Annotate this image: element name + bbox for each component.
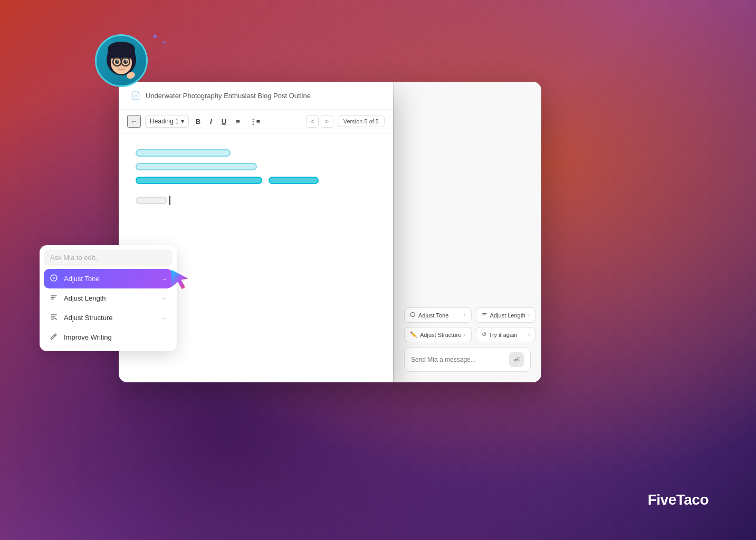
svg-rect-3 (108, 50, 135, 59)
improve-writing-label: Improve Writing (64, 333, 167, 341)
version-badge: Version 5 of 5 (338, 115, 385, 127)
list-button[interactable]: ≡ (233, 116, 243, 127)
prev-version-button[interactable]: < (306, 115, 319, 128)
sparkle-icon-2: ✦ (162, 40, 166, 45)
right-panel: Adjust Tone › Adjust Length › ✏️ Adjust … (394, 82, 541, 382)
send-button[interactable]: ⏎ (509, 352, 524, 367)
svg-point-10 (126, 60, 127, 61)
adjust-structure-icon (49, 313, 59, 323)
right-try-again-icon: ↺ (482, 331, 486, 338)
ai-context-menu: Ask Mia to edit.. Adjust Tone → (40, 245, 177, 351)
message-input-row: ⏎ (404, 348, 531, 372)
skeleton-line-2 (136, 163, 257, 170)
right-adjust-length-label: Adjust Length (490, 312, 525, 319)
right-adjust-tone-arrow: › (464, 312, 465, 318)
adjust-length-label: Adjust Length (64, 294, 156, 302)
right-try-again-button[interactable]: ↺ Try it again › (476, 327, 536, 342)
ai-menu-placeholder: Ask Mia to edit.. (44, 249, 173, 266)
back-button[interactable]: ← (127, 115, 141, 128)
right-adjust-length-icon (482, 312, 487, 319)
right-adjust-tone-button[interactable]: Adjust Tone › (404, 307, 472, 323)
right-adjust-length-button[interactable]: Adjust Length › (476, 307, 536, 323)
adjust-structure-label: Adjust Structure (64, 314, 156, 322)
svg-point-7 (115, 60, 119, 64)
main-container: ✦ ✦ 📄 Underwater Photography Enthusiast … (119, 82, 637, 382)
ai-menu-item-adjust-tone[interactable]: Adjust Tone → (44, 269, 173, 288)
svg-point-18 (411, 313, 415, 317)
ai-menu-item-adjust-structure[interactable]: Adjust Structure → (44, 308, 173, 327)
doc-title: Underwater Photography Enthusiast Blog P… (146, 92, 311, 100)
right-adjust-structure-icon: ✏️ (410, 331, 417, 338)
skeleton-row-3 (136, 177, 376, 186)
adjust-length-icon (49, 293, 59, 303)
adjust-tone-arrow: → (161, 275, 167, 283)
svg-marker-14 (171, 269, 188, 289)
mia-avatar: ✦ ✦ (95, 34, 164, 103)
adjust-tone-label: Adjust Tone (64, 275, 156, 283)
nav-buttons: < > (306, 115, 333, 128)
adjust-tone-icon (49, 274, 59, 284)
svg-point-8 (123, 60, 128, 64)
underline-button[interactable]: U (219, 116, 229, 127)
brand-five: Five (648, 491, 676, 508)
right-adjust-structure-arrow: › (464, 332, 465, 338)
next-version-button[interactable]: > (321, 115, 333, 128)
chevron-down-icon: ▾ (181, 118, 184, 125)
editor-toolbar: ← Heading 1 ▾ B I U ≡ ⋮≡ < > Version 5 o… (119, 110, 393, 133)
svg-point-11 (120, 65, 122, 67)
editor-content (119, 133, 393, 221)
right-try-again-label: Try it again (489, 332, 518, 338)
right-adjust-tone-icon (410, 312, 416, 319)
ordered-list-button[interactable]: ⋮≡ (247, 116, 263, 127)
avatar-circle (95, 34, 148, 87)
message-input[interactable] (411, 356, 505, 363)
ai-menu-item-adjust-length[interactable]: Adjust Length → (44, 288, 173, 308)
skeleton-line-1 (136, 149, 231, 157)
ai-menu-item-improve-writing[interactable]: Improve Writing (44, 327, 173, 347)
improve-writing-icon (49, 332, 59, 342)
branding: FiveTaco (648, 491, 709, 508)
editor-panel: 📄 Underwater Photography Enthusiast Blog… (119, 82, 393, 382)
right-adjust-structure-button[interactable]: ✏️ Adjust Structure › (404, 327, 472, 342)
sparkle-icon: ✦ (151, 32, 158, 42)
cursor-pointer-icon (167, 267, 191, 291)
right-try-again-arrow: › (528, 332, 530, 338)
italic-button[interactable]: I (207, 116, 215, 127)
bold-button[interactable]: B (193, 116, 203, 127)
svg-point-9 (117, 60, 118, 61)
heading-label: Heading 1 (150, 118, 179, 125)
adjust-length-arrow: → (161, 295, 167, 302)
heading-select[interactable]: Heading 1 ▾ (145, 115, 189, 128)
adjust-structure-arrow: → (161, 314, 167, 322)
cursor-line (136, 196, 376, 205)
avatar-face (100, 40, 142, 82)
brand-taco: Taco (676, 491, 709, 508)
right-adjust-length-arrow: › (528, 312, 530, 318)
right-adjust-tone-label: Adjust Tone (418, 312, 448, 319)
action-buttons-grid: Adjust Tone › Adjust Length › ✏️ Adjust … (404, 307, 531, 342)
right-adjust-structure-label: Adjust Structure (420, 332, 461, 338)
